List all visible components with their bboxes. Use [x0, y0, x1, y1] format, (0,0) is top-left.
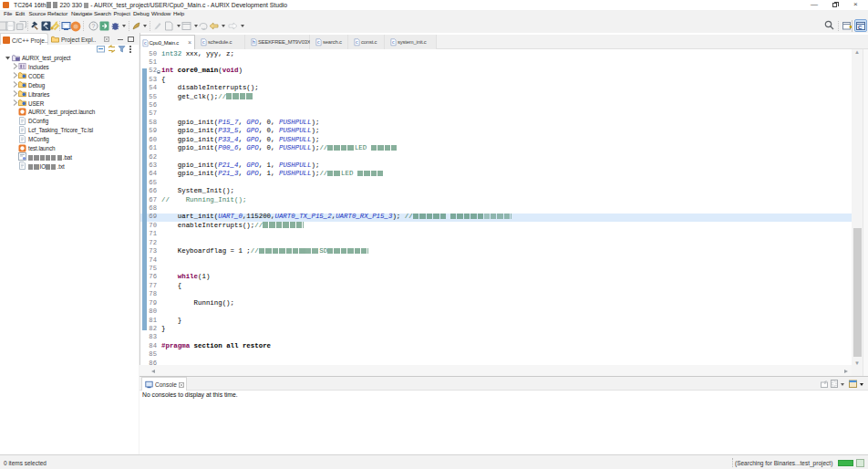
svg-text:c: c	[202, 39, 204, 45]
svg-text:c: c	[316, 39, 319, 45]
svg-text:c: c	[391, 39, 394, 45]
svg-text:c: c	[144, 40, 147, 46]
svg-text:?: ?	[91, 23, 95, 29]
svg-text:c: c	[355, 39, 357, 45]
svg-text:h: h	[252, 39, 254, 45]
svg-text:C: C	[858, 25, 863, 30]
